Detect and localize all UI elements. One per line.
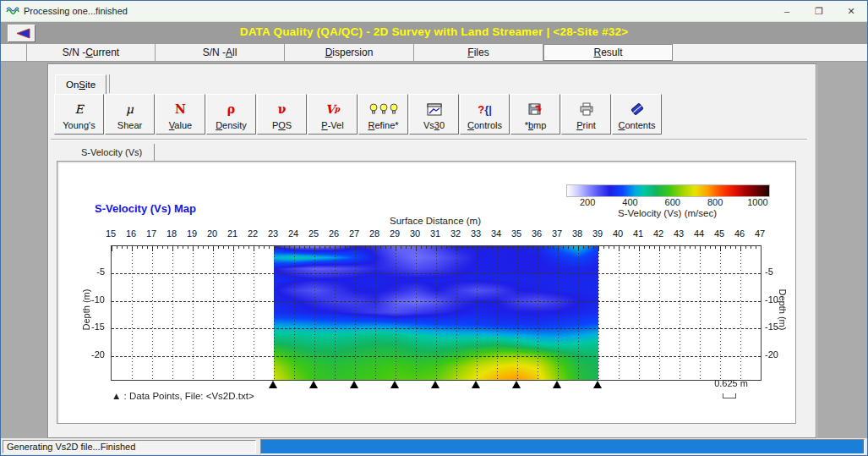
toolbar-button-pos[interactable]: νPOS [257, 94, 307, 135]
toolbar-button-print[interactable]: Print [561, 94, 611, 135]
colorbar-tick-label: 200 [580, 197, 595, 207]
toolbar: EYoung'sμShearNValueρDensityνPOSVpP-Vel … [54, 94, 663, 135]
data-point-triangle [269, 381, 277, 388]
grid-overlay [112, 246, 761, 380]
refine-label: Refine* [368, 120, 398, 130]
x-tick-label: 45 [708, 228, 730, 239]
lightbulbs-icon [368, 102, 399, 116]
pvel-icon: Vp [325, 100, 340, 118]
status-message: Generating Vs2D file...Finished [3, 440, 256, 453]
x-tick-label: 32 [445, 228, 467, 239]
x-tick-label: 35 [505, 228, 527, 239]
x-tick-label: 36 [526, 228, 548, 239]
header-bar: DATA Quality (QA/QC) - 2D Survey with La… [1, 22, 867, 44]
x-tick-label: 17 [140, 228, 162, 239]
tab-s-n-current[interactable]: S/N - Current [26, 44, 156, 61]
colorbar [566, 184, 770, 197]
chart-panel: S-Velocity (Vs) Map 2004006008001000 S-V… [57, 161, 796, 424]
depth-axis-title-left: Depth (m) [81, 276, 91, 343]
x-tick-label: 29 [384, 228, 406, 239]
tab-s-velocity[interactable]: S-Velocity (Vs) [69, 144, 155, 161]
tab-s-n-all[interactable]: S/N - All [156, 44, 285, 61]
toolbar-button-controls[interactable]: ?{| Controls [460, 94, 510, 135]
x-tick-label: 20 [201, 228, 223, 239]
colorbar-tick-label: 800 [707, 197, 723, 207]
tab-dispersion[interactable]: Dispersion [285, 44, 414, 61]
toolbar-button-refine[interactable]: Refine* [358, 94, 408, 135]
pos-icon: ν [278, 100, 287, 118]
progress-fill [261, 440, 864, 453]
depth-axis-title-right: Depth (m) [778, 276, 788, 343]
x-tick-label: 23 [262, 228, 284, 239]
data-points-note: ▲ : Data Points, File: <Vs2D.txt> [112, 391, 254, 401]
x-tick-label: 34 [485, 228, 507, 239]
y-tick-label-left: -20 [79, 349, 105, 360]
x-tick-label: 44 [688, 228, 710, 239]
value-icon: N [175, 100, 186, 118]
pvel-label: P-Vel [321, 120, 343, 130]
cell-size-label: 0.625 m [701, 378, 761, 388]
youngs-icon: E [74, 100, 83, 118]
tab-on-site[interactable]: On Site [55, 74, 106, 95]
x-tick-label: 46 [729, 228, 751, 239]
x-tick-label: 18 [161, 228, 183, 239]
colorbar-tick-label: 1000 [747, 197, 767, 207]
x-tick-label: 40 [607, 228, 629, 239]
toolbar-button-bmp[interactable]: *bmp [510, 94, 560, 135]
data-point-triangle [431, 381, 439, 388]
colorbar-tick-label: 600 [665, 197, 680, 207]
contents-label: Contents [618, 120, 655, 130]
toolbar-button-shear[interactable]: μShear [105, 94, 155, 135]
x-tick-label: 30 [404, 228, 426, 239]
x-tick-label: 37 [546, 228, 568, 239]
x-tick-label: 24 [282, 228, 304, 239]
window-controls: –❐✕ [771, 1, 867, 21]
minimize-button[interactable]: – [771, 1, 803, 21]
x-tick-label: 25 [303, 228, 325, 239]
toolbar-button-youngs[interactable]: EYoung's [54, 94, 104, 135]
progress-bar [260, 439, 865, 454]
controls-icon: ?{| [478, 100, 492, 118]
bmp-icon [528, 100, 543, 118]
x-tick-label: 33 [465, 228, 487, 239]
vs30-label: Vs30 [423, 120, 445, 130]
x-tick-label: 21 [221, 228, 243, 239]
x-tick-label: 26 [323, 228, 345, 239]
cell-size-bracket [723, 393, 736, 398]
data-point-triangle [350, 381, 358, 388]
data-point-triangle [390, 381, 399, 388]
title-bar: Processing one...finished –❐✕ [1, 1, 867, 22]
bmp-label: *bmp [525, 120, 547, 130]
print-icon [579, 100, 594, 118]
main-tab-bar: S/N - CurrentS/N - AllDispersionFilesRes… [26, 44, 673, 61]
colorbar-tick-label: 400 [622, 197, 637, 207]
tab-result[interactable]: Result [543, 44, 673, 61]
data-point-triangle [512, 381, 521, 388]
plot-area [111, 245, 762, 381]
x-tick-label: 39 [587, 228, 609, 239]
toolbar-button-vs30[interactable]: Vs30 [409, 94, 459, 135]
vs30-icon [427, 100, 442, 118]
toolbar-button-value[interactable]: NValue [156, 94, 205, 135]
tab-files[interactable]: Files [414, 44, 543, 61]
x-tick-label: 41 [627, 228, 649, 239]
vs30-chart-icon [427, 103, 442, 116]
toolbar-button-contents[interactable]: Contents [612, 94, 662, 135]
value-label: Value [169, 120, 192, 130]
close-button[interactable]: ✕ [835, 1, 867, 21]
shear-icon: μ [126, 100, 134, 118]
x-tick-label: 15 [100, 228, 122, 239]
x-tick-label: 28 [363, 228, 385, 239]
maximize-button[interactable]: ❐ [803, 1, 835, 21]
contents-icon [630, 100, 645, 118]
x-tick-label: 47 [749, 228, 771, 239]
toolbar-button-pvel[interactable]: VpP-Vel [308, 94, 358, 135]
data-point-triangle [472, 381, 480, 388]
result-page-panel: On Site EYoung'sμShearNValueρDensityνPOS… [47, 63, 816, 438]
data-point-triangle [593, 381, 602, 388]
x-axis-title: Surface Distance (m) [111, 216, 760, 226]
density-label: Density [216, 120, 247, 130]
toolbar-button-density[interactable]: ρDensity [206, 94, 256, 135]
tab-separator [109, 74, 110, 93]
x-tick-label: 22 [242, 228, 264, 239]
